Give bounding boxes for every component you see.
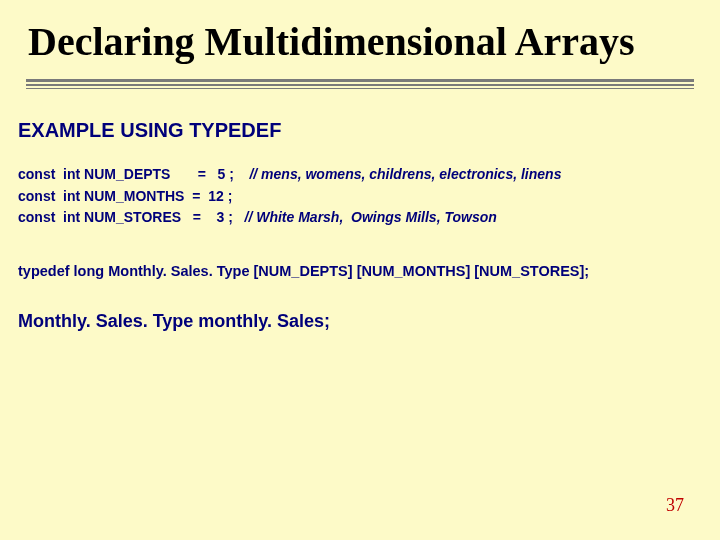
page-number: 37: [666, 495, 684, 516]
declaration-line: Monthly. Sales. Type monthly. Sales;: [18, 311, 720, 332]
code-comment: // mens, womens, childrens, electronics,…: [249, 166, 561, 182]
code-line: const int NUM_MONTHS = 12 ;: [18, 188, 232, 204]
divider: [26, 84, 694, 86]
typedef-line: typedef long Monthly. Sales. Type [NUM_D…: [18, 263, 720, 279]
slide-title: Declaring Multidimensional Arrays: [0, 0, 720, 73]
code-comment: // White Marsh, Owings Mills, Towson: [245, 209, 497, 225]
divider: [26, 79, 694, 82]
divider: [26, 88, 694, 89]
code-block: const int NUM_DEPTS = 5 ; // mens, women…: [18, 164, 720, 229]
section-heading: EXAMPLE USING TYPEDEF: [18, 119, 720, 142]
code-line: const int NUM_STORES = 3 ;: [18, 209, 245, 225]
code-line: const int NUM_DEPTS = 5 ;: [18, 166, 249, 182]
